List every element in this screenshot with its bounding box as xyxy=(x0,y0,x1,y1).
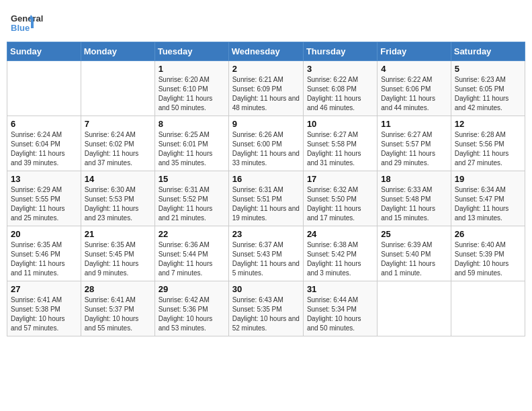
day-number: 3 xyxy=(307,64,373,74)
calendar-week-1: 1Sunrise: 6:20 AM Sunset: 6:10 PM Daylig… xyxy=(7,61,525,116)
day-info: Sunrise: 6:28 AM Sunset: 5:56 PM Dayligh… xyxy=(455,130,521,168)
calendar-cell: 10Sunrise: 6:27 AM Sunset: 5:58 PM Dayli… xyxy=(303,116,377,171)
day-number: 14 xyxy=(85,174,151,184)
calendar-cell: 18Sunrise: 6:33 AM Sunset: 5:48 PM Dayli… xyxy=(378,171,451,226)
day-info: Sunrise: 6:22 AM Sunset: 6:08 PM Dayligh… xyxy=(307,75,373,113)
day-number: 27 xyxy=(11,284,77,294)
day-number: 10 xyxy=(307,119,373,129)
calendar-cell: 16Sunrise: 6:31 AM Sunset: 5:51 PM Dayli… xyxy=(228,171,303,226)
day-number: 12 xyxy=(455,119,521,129)
day-info: Sunrise: 6:32 AM Sunset: 5:50 PM Dayligh… xyxy=(307,185,373,223)
day-number: 15 xyxy=(159,174,225,184)
day-number: 5 xyxy=(455,64,521,74)
page-header: General Blue xyxy=(7,7,525,36)
calendar-week-5: 27Sunrise: 6:41 AM Sunset: 5:38 PM Dayli… xyxy=(7,281,525,336)
logo-icon: General Blue xyxy=(9,9,70,36)
calendar-cell: 24Sunrise: 6:38 AM Sunset: 5:42 PM Dayli… xyxy=(303,226,377,281)
calendar-cell: 12Sunrise: 6:28 AM Sunset: 5:56 PM Dayli… xyxy=(451,116,525,171)
svg-text:General: General xyxy=(11,13,43,24)
day-info: Sunrise: 6:30 AM Sunset: 5:53 PM Dayligh… xyxy=(85,185,151,223)
day-info: Sunrise: 6:39 AM Sunset: 5:40 PM Dayligh… xyxy=(381,240,447,278)
day-info: Sunrise: 6:29 AM Sunset: 5:55 PM Dayligh… xyxy=(11,185,77,223)
day-info: Sunrise: 6:27 AM Sunset: 5:57 PM Dayligh… xyxy=(381,130,447,168)
calendar-cell: 19Sunrise: 6:34 AM Sunset: 5:47 PM Dayli… xyxy=(451,171,525,226)
day-number: 28 xyxy=(85,284,151,294)
day-number: 20 xyxy=(11,229,77,239)
day-number: 6 xyxy=(11,119,77,129)
calendar-cell: 27Sunrise: 6:41 AM Sunset: 5:38 PM Dayli… xyxy=(7,281,81,336)
weekday-header-sunday: Sunday xyxy=(7,42,81,61)
day-info: Sunrise: 6:20 AM Sunset: 6:10 PM Dayligh… xyxy=(159,75,225,113)
day-info: Sunrise: 6:44 AM Sunset: 5:34 PM Dayligh… xyxy=(307,295,373,333)
day-number: 31 xyxy=(307,284,373,294)
calendar-cell xyxy=(378,281,451,336)
day-info: Sunrise: 6:21 AM Sunset: 6:09 PM Dayligh… xyxy=(232,75,300,113)
svg-text:Blue: Blue xyxy=(11,23,30,33)
day-number: 24 xyxy=(307,229,373,239)
calendar-cell xyxy=(81,61,154,116)
calendar-cell: 26Sunrise: 6:40 AM Sunset: 5:39 PM Dayli… xyxy=(451,226,525,281)
day-info: Sunrise: 6:24 AM Sunset: 6:02 PM Dayligh… xyxy=(85,130,151,168)
day-number: 25 xyxy=(381,229,447,239)
calendar-table: SundayMondayTuesdayWednesdayThursdayFrid… xyxy=(7,42,525,336)
day-number: 29 xyxy=(159,284,225,294)
calendar-cell: 7Sunrise: 6:24 AM Sunset: 6:02 PM Daylig… xyxy=(81,116,154,171)
calendar-cell: 21Sunrise: 6:35 AM Sunset: 5:45 PM Dayli… xyxy=(81,226,154,281)
day-number: 1 xyxy=(159,64,225,74)
weekday-header-friday: Friday xyxy=(378,42,451,61)
calendar-cell: 22Sunrise: 6:36 AM Sunset: 5:44 PM Dayli… xyxy=(154,226,228,281)
calendar-cell: 8Sunrise: 6:25 AM Sunset: 6:01 PM Daylig… xyxy=(154,116,228,171)
day-number: 21 xyxy=(85,229,151,239)
calendar-cell: 4Sunrise: 6:22 AM Sunset: 6:06 PM Daylig… xyxy=(378,61,451,116)
calendar-cell: 2Sunrise: 6:21 AM Sunset: 6:09 PM Daylig… xyxy=(228,61,303,116)
weekday-header-tuesday: Tuesday xyxy=(154,42,228,61)
calendar-cell: 30Sunrise: 6:43 AM Sunset: 5:35 PM Dayli… xyxy=(228,281,303,336)
day-info: Sunrise: 6:31 AM Sunset: 5:51 PM Dayligh… xyxy=(232,185,300,223)
calendar-cell: 15Sunrise: 6:31 AM Sunset: 5:52 PM Dayli… xyxy=(154,171,228,226)
day-number: 26 xyxy=(455,229,521,239)
calendar-week-2: 6Sunrise: 6:24 AM Sunset: 6:04 PM Daylig… xyxy=(7,116,525,171)
calendar-week-3: 13Sunrise: 6:29 AM Sunset: 5:55 PM Dayli… xyxy=(7,171,525,226)
calendar-cell: 20Sunrise: 6:35 AM Sunset: 5:46 PM Dayli… xyxy=(7,226,81,281)
weekday-header-row: SundayMondayTuesdayWednesdayThursdayFrid… xyxy=(7,42,525,61)
day-info: Sunrise: 6:22 AM Sunset: 6:06 PM Dayligh… xyxy=(381,75,447,113)
day-number: 23 xyxy=(232,229,300,239)
day-info: Sunrise: 6:23 AM Sunset: 6:05 PM Dayligh… xyxy=(455,75,521,113)
day-info: Sunrise: 6:35 AM Sunset: 5:46 PM Dayligh… xyxy=(11,240,77,278)
calendar-cell: 14Sunrise: 6:30 AM Sunset: 5:53 PM Dayli… xyxy=(81,171,154,226)
day-info: Sunrise: 6:42 AM Sunset: 5:36 PM Dayligh… xyxy=(159,295,225,333)
day-number: 9 xyxy=(232,119,300,129)
weekday-header-wednesday: Wednesday xyxy=(228,42,303,61)
calendar-cell: 23Sunrise: 6:37 AM Sunset: 5:43 PM Dayli… xyxy=(228,226,303,281)
day-info: Sunrise: 6:37 AM Sunset: 5:43 PM Dayligh… xyxy=(232,240,300,278)
calendar-cell: 11Sunrise: 6:27 AM Sunset: 5:57 PM Dayli… xyxy=(378,116,451,171)
day-info: Sunrise: 6:25 AM Sunset: 6:01 PM Dayligh… xyxy=(159,130,225,168)
day-number: 8 xyxy=(159,119,225,129)
day-number: 4 xyxy=(381,64,447,74)
day-info: Sunrise: 6:41 AM Sunset: 5:37 PM Dayligh… xyxy=(85,295,151,333)
calendar-cell: 31Sunrise: 6:44 AM Sunset: 5:34 PM Dayli… xyxy=(303,281,377,336)
day-number: 7 xyxy=(85,119,151,129)
day-info: Sunrise: 6:34 AM Sunset: 5:47 PM Dayligh… xyxy=(455,185,521,223)
calendar-cell: 28Sunrise: 6:41 AM Sunset: 5:37 PM Dayli… xyxy=(81,281,154,336)
calendar-cell xyxy=(451,281,525,336)
calendar-cell: 1Sunrise: 6:20 AM Sunset: 6:10 PM Daylig… xyxy=(154,61,228,116)
calendar-cell: 5Sunrise: 6:23 AM Sunset: 6:05 PM Daylig… xyxy=(451,61,525,116)
day-info: Sunrise: 6:35 AM Sunset: 5:45 PM Dayligh… xyxy=(85,240,151,278)
day-number: 18 xyxy=(381,174,447,184)
calendar-cell: 3Sunrise: 6:22 AM Sunset: 6:08 PM Daylig… xyxy=(303,61,377,116)
day-info: Sunrise: 6:31 AM Sunset: 5:52 PM Dayligh… xyxy=(159,185,225,223)
weekday-header-saturday: Saturday xyxy=(451,42,525,61)
day-info: Sunrise: 6:40 AM Sunset: 5:39 PM Dayligh… xyxy=(455,240,521,278)
day-number: 13 xyxy=(11,174,77,184)
day-number: 19 xyxy=(455,174,521,184)
day-info: Sunrise: 6:38 AM Sunset: 5:42 PM Dayligh… xyxy=(307,240,373,278)
day-info: Sunrise: 6:27 AM Sunset: 5:58 PM Dayligh… xyxy=(307,130,373,168)
day-info: Sunrise: 6:33 AM Sunset: 5:48 PM Dayligh… xyxy=(381,185,447,223)
calendar-cell: 13Sunrise: 6:29 AM Sunset: 5:55 PM Dayli… xyxy=(7,171,81,226)
calendar-cell xyxy=(7,61,81,116)
calendar-week-4: 20Sunrise: 6:35 AM Sunset: 5:46 PM Dayli… xyxy=(7,226,525,281)
day-number: 17 xyxy=(307,174,373,184)
weekday-header-thursday: Thursday xyxy=(303,42,377,61)
day-number: 22 xyxy=(159,229,225,239)
